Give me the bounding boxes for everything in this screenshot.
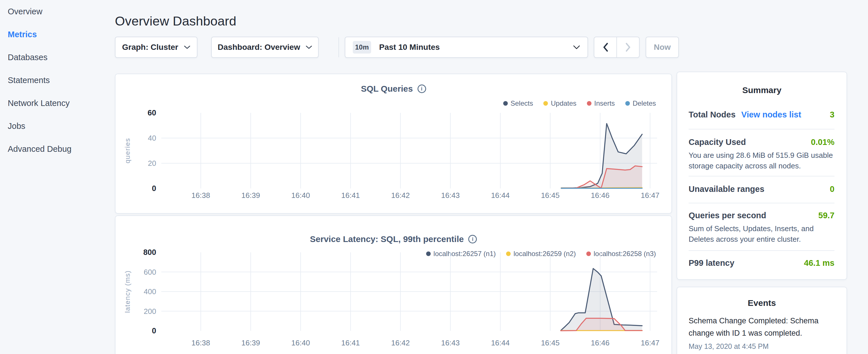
service-latency-chart-card: Service Latency: SQL, 99th percentile i … [115, 215, 672, 354]
divider [689, 250, 834, 251]
summary-row-queries-per-second: Queries per second 59.7 [689, 211, 834, 220]
y-tick-label: 60 [148, 108, 156, 117]
summary-row-description: You are using 28.6 MiB of 515.9 GiB usab… [689, 150, 834, 171]
summary-row-value: 0.01% [811, 137, 834, 147]
summary-row-total-nodes: Total Nodes View nodes list 3 [689, 110, 834, 120]
x-tick-label: 16:47 [641, 191, 659, 200]
sidebar-item-advanced-debug[interactable]: Advanced Debug [8, 137, 105, 160]
summary-row-value: 3 [830, 110, 834, 120]
x-tick-label: 16:39 [241, 339, 260, 347]
time-range-picker[interactable]: 10m Past 10 Minutes [345, 37, 588, 58]
sidebar-item-overview[interactable]: Overview [8, 0, 105, 23]
sql-queries-chart-card: SQL Queries i Selects Updates Inserts De… [115, 74, 672, 214]
x-tick-label: 16:41 [341, 339, 360, 347]
x-tick-label: 16:44 [491, 339, 509, 347]
divider [689, 203, 834, 203]
x-tick-label: 16:45 [541, 339, 560, 347]
chevron-down-icon [573, 45, 580, 50]
chevron-right-icon [626, 43, 631, 52]
y-tick-label: 20 [148, 159, 156, 167]
summary-row-label: Queries per second [689, 211, 766, 220]
time-range-label: Past 10 Minutes [379, 43, 440, 52]
x-tick-label: 16:43 [441, 339, 460, 347]
event-timestamp: May 13, 2020 at 4:45 PM [689, 342, 835, 351]
sidebar-item-metrics[interactable]: Metrics [8, 23, 105, 46]
y-tick-label: 200 [144, 307, 156, 316]
x-tick-label: 16:46 [591, 339, 610, 347]
view-nodes-list-link[interactable]: View nodes list [741, 110, 801, 120]
x-tick-label: 16:47 [641, 339, 659, 347]
summary-row-p99-latency: P99 latency 46.1 ms [689, 258, 834, 268]
sidebar-item-databases[interactable]: Databases [8, 46, 105, 69]
time-range-badge: 10m [353, 41, 371, 54]
x-tick-label: 16:41 [341, 191, 360, 200]
x-tick-label: 16:42 [391, 339, 410, 347]
summary-row-unavailable-ranges: Unavailable ranges 0 [689, 185, 834, 194]
chevron-left-icon [603, 43, 608, 52]
y-axis-title: latency (ms) [124, 270, 131, 313]
y-axis-title: queries [124, 138, 131, 163]
events-panel: Events Schema Change Completed: Schema c… [677, 287, 847, 354]
summary-row-value: 46.1 ms [804, 258, 834, 268]
service-latency-chart[interactable]: 16:3816:3916:4016:4116:4216:4316:4416:45… [116, 216, 673, 354]
sidebar-item-statements[interactable]: Statements [8, 69, 105, 92]
x-tick-label: 16:42 [391, 191, 410, 200]
x-tick-label: 16:40 [291, 191, 310, 200]
sidebar-item-network-latency[interactable]: Network Latency [8, 92, 105, 115]
next-range-button[interactable] [617, 37, 639, 57]
y-tick-label: 800 [143, 248, 156, 257]
dashboard-dropdown[interactable]: Dashboard: Overview [211, 37, 319, 58]
y-tick-label: 0 [152, 326, 156, 335]
summary-row-label: Total Nodes [689, 110, 736, 120]
events-title: Events [677, 298, 846, 308]
sidebar: Overview Metrics Databases Statements Ne… [8, 0, 105, 160]
summary-row-label: Capacity Used [689, 137, 746, 147]
x-tick-label: 16:43 [441, 191, 460, 200]
previous-range-button[interactable] [594, 37, 617, 57]
graph-scope-dropdown[interactable]: Graph: Cluster [115, 37, 197, 58]
y-tick-label: 40 [148, 134, 156, 142]
chevron-down-icon [184, 45, 190, 49]
summary-title: Summary [677, 85, 846, 95]
x-tick-label: 16:39 [241, 191, 260, 200]
y-tick-label: 0 [152, 184, 156, 193]
summary-row-label: Unavailable ranges [689, 185, 764, 194]
divider [689, 176, 834, 176]
dashboard-dropdown-label: Dashboard: Overview [218, 43, 300, 52]
time-range-arrows [594, 37, 640, 58]
summary-row-label: P99 latency [689, 258, 735, 268]
sidebar-item-jobs[interactable]: Jobs [8, 115, 105, 137]
graph-scope-dropdown-label: Graph: Cluster [122, 43, 178, 52]
y-tick-label: 400 [144, 287, 156, 296]
toolbar-divider [338, 37, 339, 57]
sql-queries-chart[interactable]: 16:3816:3916:4016:4116:4216:4316:4416:45… [116, 74, 673, 214]
x-tick-label: 16:44 [491, 191, 509, 200]
event-message[interactable]: Schema Change Completed: Schema change w… [689, 315, 835, 340]
now-button-label: Now [654, 43, 671, 52]
summary-row-value: 0 [830, 185, 834, 194]
now-button[interactable]: Now [646, 37, 679, 58]
x-tick-label: 16:38 [191, 191, 210, 200]
x-tick-label: 16:38 [191, 339, 210, 347]
x-tick-label: 16:45 [541, 191, 560, 200]
summary-row-value: 59.7 [818, 211, 834, 220]
summary-row-capacity-used: Capacity Used 0.01% [689, 137, 834, 147]
y-tick-label: 600 [144, 268, 156, 277]
page-title: Overview Dashboard [115, 14, 237, 29]
divider [689, 129, 834, 129]
summary-row-description: Sum of Selects, Updates, Inserts, and De… [689, 223, 834, 245]
summary-panel: Summary Total Nodes View nodes list 3 Ca… [677, 72, 847, 280]
x-tick-label: 16:46 [591, 191, 610, 200]
x-tick-label: 16:40 [291, 339, 310, 347]
chevron-down-icon [306, 45, 312, 49]
